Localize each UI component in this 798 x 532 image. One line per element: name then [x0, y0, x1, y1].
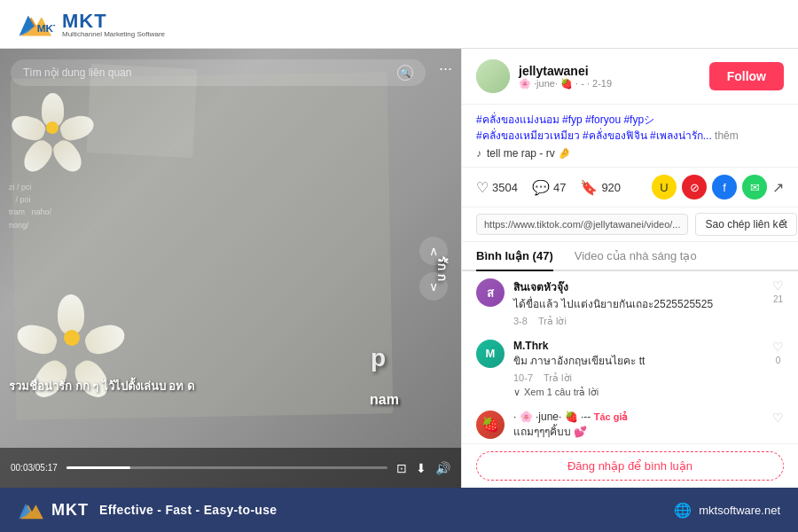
hashtag-1[interactable]: #คลั่งของแม่งนอม: [476, 113, 559, 126]
hashtag-5[interactable]: #คลั่งของเหมียวเหมียว: [476, 129, 580, 142]
comment-username-2: M.Thrk: [513, 340, 763, 352]
comment-meta-2: 10-7 Trả lời: [513, 372, 763, 384]
search-input[interactable]: Tìm nội dung liên quan: [23, 66, 392, 79]
hashtag-3[interactable]: #foryou: [585, 113, 621, 126]
music-line: ♪ tell me rap - rv 🤌: [476, 147, 784, 160]
follow-button[interactable]: Follow: [709, 62, 784, 90]
tab-creator-videos[interactable]: Video của nhà sáng tạo: [575, 242, 697, 270]
copy-link-button[interactable]: Sao chép liên kết: [695, 213, 796, 236]
more-link[interactable]: thêm: [715, 129, 739, 142]
nav-down-button[interactable]: ∨: [419, 272, 448, 301]
logo-area: MKT MKT Multichannel Marketing Software: [18, 10, 165, 38]
comment-username-1: สินเจตหัวจุ๊ง: [513, 278, 763, 295]
footer: MKT Effective - Fast - Easy-to-use 🌐 mkt…: [0, 488, 798, 532]
link-copy-bar: https://www.tiktok.com/@jellytawanei/vid…: [462, 207, 798, 242]
tab-comments[interactable]: Bình luận (47): [476, 242, 553, 270]
download-icon[interactable]: ⬇: [416, 461, 426, 475]
nav-up-button[interactable]: ∧: [419, 237, 448, 265]
comment-text-1: ได้ขื่อแล้ว ไปแต่งนิยายกันเถอะ2525525525: [513, 297, 763, 312]
comment-text-2: ขิม ภาษาอังกฤษเขียนไยคะ tt: [513, 354, 763, 369]
video-timestamp: 00:03/05:17: [11, 463, 58, 473]
likes-stat: ♡ 3504: [476, 179, 518, 196]
video-text-fragment: p: [371, 344, 386, 372]
bookmarks-stat: 🔖 920: [580, 179, 621, 196]
action-circle-whatsapp[interactable]: ✉: [742, 175, 767, 200]
username: jellytawanei: [519, 64, 700, 78]
globe-icon: 🌐: [674, 502, 692, 519]
comment-avatar-1: ส: [476, 278, 505, 307]
like-icon-3[interactable]: ♡: [772, 411, 784, 425]
svg-text:MKT: MKT: [37, 22, 55, 34]
video-background: zi / pci / poi tram naho/ nong/ รัก ก รว…: [0, 49, 461, 488]
likes-count: 3504: [492, 181, 518, 194]
bookmark-icon[interactable]: 🔖: [580, 179, 598, 196]
comment-like-1: ♡ 21: [772, 278, 784, 327]
comment-body-3: · 🌸 ·june· 🍓 ·-- Tác giả แถมๆๆๆคิ้บบ 💕: [513, 411, 763, 440]
action-circle-2[interactable]: ⊘: [682, 175, 707, 200]
footer-right: 🌐 mktsoftware.net: [674, 502, 780, 519]
flower-decoration-1: [22, 98, 84, 155]
hashtag-7[interactable]: #เพลงน่ารัก...: [650, 129, 712, 142]
video-left-text: zi / pci / poi tram naho/ nong/: [9, 181, 51, 232]
user-meta: jellytawanei 🌸 ·june· 🍓 · - · 2-19: [519, 64, 700, 90]
footer-logo-text: MKT: [51, 501, 89, 520]
like-count-1: 21: [773, 294, 783, 304]
author-tag: Tác giả: [594, 411, 629, 422]
video-progress-fill: [66, 466, 130, 469]
tabs-bar: Bình luận (47) Video của nhà sáng tạo: [462, 242, 798, 271]
comment-body-1: สินเจตหัวจุ๊ง ได้ขื่อแล้ว ไปแต่งนิยายกัน…: [513, 278, 763, 327]
heart-icon[interactable]: ♡: [476, 179, 489, 196]
comments-stat: 💬 47: [532, 179, 566, 196]
footer-website[interactable]: mktsoftware.net: [699, 504, 780, 517]
video-controls-bar: 00:03/05:17 ⊡ ⬇ 🔊: [0, 448, 461, 488]
comment-like-3: ♡: [772, 411, 784, 440]
like-count-2: 0: [776, 356, 781, 365]
action-icons: U ⊘ f ✉ ↗: [652, 175, 784, 200]
right-panel: jellytawanei 🌸 ·june· 🍓 · - · 2-19 Follo…: [461, 49, 798, 488]
caption-text: #คลั่งของแม่งนอม #fyp #foryou #fypシ #คลั…: [476, 112, 784, 144]
see-replies-button[interactable]: ∨ Xem 1 câu trả lời: [513, 387, 763, 398]
comment-like-2: ♡ 0: [772, 340, 784, 398]
action-circle-1[interactable]: U: [652, 175, 677, 200]
hashtag-4[interactable]: #fypシ: [623, 113, 654, 126]
action-circle-facebook[interactable]: f: [712, 175, 737, 200]
user-info-bar: jellytawanei 🌸 ·june· 🍓 · - · 2-19 Follo…: [462, 49, 798, 105]
bookmarks-count: 920: [601, 181, 621, 194]
comment-body-2: M.Thrk ขิม ภาษาอังกฤษเขียนไยคะ tt 10-7 T…: [513, 340, 763, 398]
video-progress-bar[interactable]: [66, 466, 387, 469]
video-control-icons: ⊡ ⬇ 🔊: [396, 461, 450, 475]
comment-item-3: 🍓 · 🌸 ·june· 🍓 ·-- Tác giả แถมๆๆๆคิ้บบ 💕…: [476, 411, 784, 440]
logo-subtitle: Multichannel Marketing Software: [62, 30, 165, 38]
footer-logo-icon: [18, 498, 46, 521]
volume-icon[interactable]: 🔊: [435, 461, 450, 475]
reply-button-1[interactable]: Trả lời: [538, 316, 567, 327]
comment-username-3: · 🌸 ·june· 🍓 ·-- Tác giả: [513, 411, 763, 423]
video-name-text: nam: [370, 392, 399, 408]
comments-count: 47: [553, 181, 566, 194]
reply-button-2[interactable]: Trả lời: [544, 372, 572, 384]
caption-area: #คลั่งของแม่งนอม #fyp #foryou #fypシ #คลั…: [462, 105, 798, 168]
avatar: [476, 59, 510, 93]
avatar-image: [476, 59, 510, 93]
subtitle-icon[interactable]: ⊡: [396, 461, 407, 475]
comment-meta-1: 3-8 Trả lời: [513, 316, 763, 327]
comments-section: ส สินเจตหัวจุ๊ง ได้ขื่อแล้ว ไปแต่งนิยายก…: [462, 271, 798, 443]
footer-logo: MKT: [18, 498, 89, 521]
user-details: 🌸 ·june· 🍓 · - · 2-19: [519, 78, 700, 90]
search-icon[interactable]: 🔍: [397, 65, 413, 81]
comment-date-1: 3-8: [513, 316, 528, 327]
like-icon-2[interactable]: ♡: [772, 340, 784, 354]
hashtag-6[interactable]: #คลั่งของฟิจิน: [583, 129, 647, 142]
stats-row: ♡ 3504 💬 47 🔖 920 U ⊘ f ✉ ↗: [462, 168, 798, 207]
user-sub-text: 🌸 ·june· 🍓 · - · 2-19: [519, 78, 612, 90]
comment-text-3: แถมๆๆๆคิ้บบ 💕: [513, 425, 763, 440]
login-button[interactable]: Đăng nhập để bình luận: [476, 451, 784, 481]
comment-icon[interactable]: 💬: [532, 179, 550, 196]
comment-avatar-2: M: [476, 340, 505, 368]
hashtag-2[interactable]: #fyp: [562, 113, 583, 126]
search-bar: Tìm nội dung liên quan 🔍: [11, 59, 426, 86]
more-button[interactable]: ···: [439, 59, 452, 78]
link-input[interactable]: https://www.tiktok.com/@jellytawanei/vid…: [476, 214, 688, 235]
share-icon[interactable]: ↗: [772, 179, 784, 196]
like-icon-1[interactable]: ♡: [772, 278, 784, 293]
